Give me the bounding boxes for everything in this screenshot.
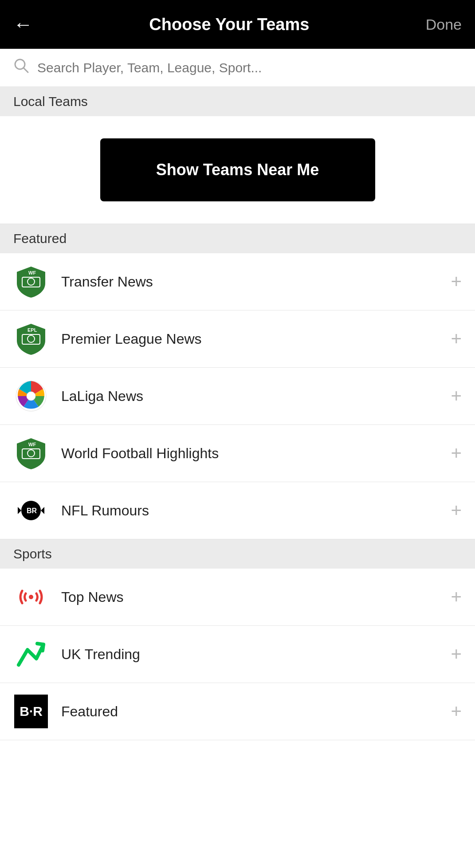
list-item: WF Transfer News + — [0, 253, 475, 310]
search-bar — [0, 49, 475, 87]
svg-marker-13 — [18, 507, 21, 514]
svg-text:WF: WF — [28, 270, 36, 275]
top-news-icon — [13, 579, 49, 615]
world-football-icon: WF — [13, 436, 49, 471]
laliga-label: LaLiga News — [61, 388, 451, 405]
br-featured-icon: B·R — [13, 694, 49, 729]
list-item: Top News + — [0, 569, 475, 626]
local-teams-content: Show Teams Near Me — [0, 116, 475, 224]
app-header: ← Choose Your Teams Done — [0, 0, 475, 49]
laliga-add-button[interactable]: + — [451, 387, 462, 405]
show-teams-button[interactable]: Show Teams Near Me — [100, 138, 375, 201]
svg-marker-14 — [41, 507, 44, 514]
top-news-label: Top News — [61, 589, 451, 605]
list-item: BR NFL Rumours + — [0, 482, 475, 539]
transfer-news-label: Transfer News — [61, 274, 451, 290]
local-teams-section-header: Local Teams — [0, 87, 475, 116]
br-square-icon: B·R — [14, 695, 48, 728]
uk-trending-icon — [13, 636, 49, 672]
featured-section-header: Featured — [0, 224, 475, 253]
svg-point-9 — [27, 392, 35, 401]
br-featured-add-button[interactable]: + — [451, 702, 462, 721]
done-button[interactable]: Done — [426, 16, 462, 33]
nfl-rumours-add-button[interactable]: + — [451, 501, 462, 520]
list-item: B·R Featured + — [0, 683, 475, 740]
br-featured-label: Featured — [61, 703, 451, 720]
search-icon — [13, 58, 29, 78]
nfl-rumours-label: NFL Rumours — [61, 503, 451, 519]
search-input[interactable] — [37, 60, 462, 75]
svg-text:EPL: EPL — [27, 327, 37, 333]
uk-trending-add-button[interactable]: + — [451, 645, 462, 664]
world-football-add-button[interactable]: + — [451, 444, 462, 463]
list-item: LaLiga News + — [0, 368, 475, 425]
transfer-news-icon: WF — [13, 264, 49, 299]
laliga-icon — [13, 378, 49, 414]
premier-league-label: Premier League News — [61, 331, 451, 347]
sports-section-header: Sports — [0, 539, 475, 569]
transfer-news-add-button[interactable]: + — [451, 272, 462, 291]
list-item: WF World Football Highlights + — [0, 425, 475, 482]
uk-trending-label: UK Trending — [61, 646, 451, 663]
back-button[interactable]: ← — [13, 13, 33, 35]
svg-line-1 — [24, 68, 28, 72]
page-title: Choose Your Teams — [149, 15, 309, 34]
svg-text:WF: WF — [28, 442, 36, 447]
list-item: UK Trending + — [0, 626, 475, 683]
world-football-label: World Football Highlights — [61, 445, 451, 462]
svg-point-17 — [29, 595, 33, 599]
top-news-add-button[interactable]: + — [451, 588, 462, 606]
premier-league-add-button[interactable]: + — [451, 330, 462, 348]
nfl-rumours-icon: BR — [13, 493, 49, 528]
list-item: EPL Premier League News + — [0, 310, 475, 368]
premier-league-icon: EPL — [13, 321, 49, 357]
svg-text:BR: BR — [27, 507, 37, 515]
